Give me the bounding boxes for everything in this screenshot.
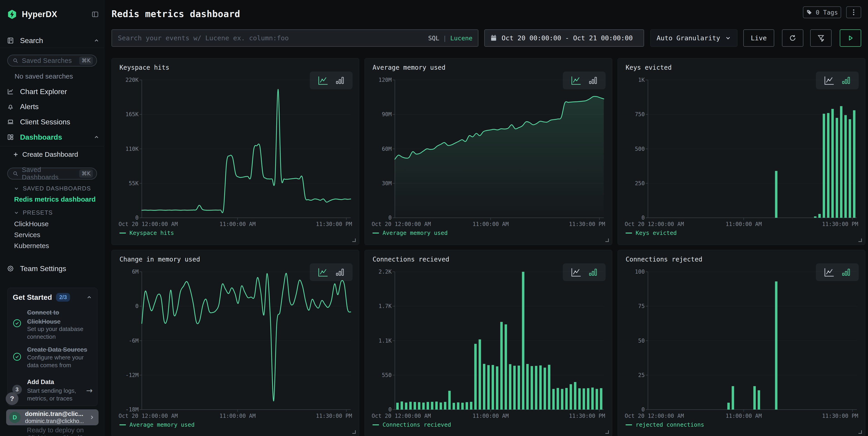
saved-dashboards-header[interactable]: SAVED DASHBOARDS — [14, 185, 91, 192]
live-button[interactable]: Live — [743, 29, 774, 47]
chart-legend: Average memory used — [120, 422, 194, 428]
legend-swatch — [626, 425, 632, 425]
chart-plot[interactable]: 120M90M60M30M0Oct 20 12:00:00 AM11:00:00… — [372, 72, 606, 231]
chevron-up-icon[interactable] — [94, 37, 99, 43]
search-input[interactable] — [112, 30, 478, 46]
sidebar-item-clickhouse[interactable]: ClickHouse — [14, 220, 49, 228]
run-query-button[interactable] — [840, 29, 861, 47]
sidebar-item-label: Team Settings — [20, 264, 66, 273]
app-root: HyperDX Search Saved Searches ⌘K No save… — [0, 0, 868, 436]
svg-text:11:30:00 PM: 11:30:00 PM — [822, 413, 858, 419]
chart-plot[interactable]: 6M0-6M-12M-18MOct 20 12:00:00 AM11:00:00… — [119, 264, 352, 423]
chevron-down-icon — [725, 35, 731, 41]
check-circle-icon — [12, 318, 22, 328]
user-menu[interactable]: D dominic.tran@clic... dominic.tran@clic… — [6, 409, 98, 425]
laptop-icon — [7, 118, 14, 125]
plus-icon — [13, 151, 19, 157]
sidebar-item-services[interactable]: Services — [14, 231, 40, 239]
sidebar-item-dashboards[interactable]: Dashboards — [7, 133, 99, 142]
legend-swatch — [626, 233, 632, 233]
panel-resize-handle[interactable] — [352, 430, 356, 434]
shortcut-badge: ⌘K — [79, 170, 93, 178]
sidebar-item-kubernetes[interactable]: Kubernetes — [14, 242, 49, 250]
chart-legend: Keys evicted — [626, 230, 677, 236]
get-started-header[interactable]: Get Started 2/3 — [13, 293, 92, 301]
chart-title: Keyspace hits — [120, 64, 169, 71]
presets-header[interactable]: PRESETS — [14, 209, 53, 216]
panel-resize-handle[interactable] — [859, 430, 862, 434]
background-promo-text: Ready to deploy on — [27, 427, 84, 434]
svg-text:11:30:00 PM: 11:30:00 PM — [316, 413, 352, 419]
legend-swatch — [120, 425, 126, 425]
svg-text:0: 0 — [389, 214, 392, 221]
search-icon — [12, 57, 19, 64]
svg-text:750: 750 — [635, 111, 645, 118]
arrow-right-icon[interactable]: → — [86, 386, 93, 395]
svg-text:550: 550 — [382, 372, 392, 378]
svg-text:11:00:00 AM: 11:00:00 AM — [472, 413, 509, 419]
sidebar-item-chart-explorer[interactable]: Chart Explorer — [7, 87, 99, 96]
hyperdx-logo-icon — [7, 9, 17, 20]
svg-text:100: 100 — [635, 268, 645, 275]
svg-text:11:00:00 AM: 11:00:00 AM — [725, 413, 762, 419]
legend-label: Connections recieved — [382, 422, 451, 428]
sidebar-item-team-settings[interactable]: Team Settings — [7, 264, 99, 273]
sidebar-item-label: Dashboards — [20, 133, 62, 142]
help-button[interactable]: ? — [6, 392, 19, 405]
svg-text:0: 0 — [642, 214, 645, 221]
chart-plot[interactable]: 220K165K110K55K0Oct 20 12:00:00 AM11:00:… — [119, 72, 352, 231]
create-dashboard-button[interactable]: Create Dashboard — [13, 150, 99, 159]
chevron-up-icon[interactable] — [86, 294, 92, 300]
svg-text:90M: 90M — [382, 111, 392, 118]
sidebar-item-label: Search — [20, 36, 43, 45]
tags-button[interactable]: 0 Tags — [803, 6, 841, 18]
svg-text:50: 50 — [638, 338, 645, 344]
svg-text:25: 25 — [638, 372, 645, 378]
panel-resize-handle[interactable] — [606, 430, 609, 434]
get-started-item-title: Create Data Sources — [27, 345, 92, 354]
lucene-mode-button[interactable]: Lucene — [450, 35, 472, 42]
sidebar-item-label: Alerts — [20, 103, 39, 111]
legend-label: rejected connections — [636, 422, 704, 428]
tags-button-label: 0 Tags — [816, 9, 838, 16]
page-title: Redis metrics dashboard — [112, 9, 240, 19]
panel-resize-handle[interactable] — [352, 238, 356, 242]
saved-dashboards-input[interactable]: Saved Dashboards ⌘K — [7, 168, 97, 179]
panel-resize-handle[interactable] — [859, 238, 862, 242]
sidebar-item-redis-dashboard[interactable]: Redis metrics dashboard — [14, 196, 96, 203]
date-range-picker[interactable]: Oct 20 00:00:00 - Oct 21 00:00:00 — [484, 29, 644, 47]
no-saved-searches-note: No saved searches — [14, 72, 73, 80]
user-email: dominic.tran@clickho... — [25, 417, 89, 425]
refresh-button[interactable] — [782, 29, 803, 47]
panel-resize-handle[interactable] — [606, 238, 609, 242]
kebab-menu-icon — [852, 9, 855, 16]
get-started-item-title: Connect to ClickHouse — [27, 308, 92, 326]
get-started-item-title: Add Data — [27, 377, 92, 386]
sql-mode-button[interactable]: SQL — [428, 35, 439, 42]
sidebar-item-alerts[interactable]: Alerts — [7, 102, 99, 111]
svg-text:75: 75 — [638, 303, 645, 309]
sidebar-item-search[interactable]: Search — [7, 36, 99, 45]
divider — [0, 146, 104, 146]
sidebar-item-client-sessions[interactable]: Client Sessions — [7, 117, 99, 126]
chart-plot[interactable]: 1007550250Oct 20 12:00:00 AM11:00:00 AM1… — [625, 264, 859, 423]
svg-text:60M: 60M — [382, 146, 392, 152]
saved-searches-input[interactable]: Saved Searches ⌘K — [7, 55, 97, 66]
granularity-select[interactable]: Auto Granularity — [650, 29, 737, 47]
chart-explorer-icon — [7, 88, 14, 95]
granularity-value: Auto Granularity — [657, 34, 720, 42]
svg-text:11:30:00 PM: 11:30:00 PM — [822, 221, 858, 227]
chevron-up-icon[interactable] — [94, 134, 99, 140]
chart-plot[interactable]: 1K7505002500Oct 20 12:00:00 AM11:00:00 A… — [625, 72, 859, 231]
get-started-progress-badge: 2/3 — [56, 293, 70, 301]
svg-text:110K: 110K — [125, 146, 138, 152]
panel-menu-button[interactable] — [846, 6, 861, 18]
chart-plot[interactable]: 2.2K1.7K1.1K5500Oct 20 12:00:00 AM11:00:… — [372, 264, 606, 423]
svg-text:55K: 55K — [129, 180, 139, 186]
filter-edit-button[interactable] — [810, 29, 832, 47]
svg-text:1.7K: 1.7K — [378, 303, 392, 309]
get-started-title: Get Started — [13, 293, 52, 301]
date-range-value: Oct 20 00:00:00 - Oct 21 00:00:00 — [502, 34, 633, 42]
sidebar-collapse-icon[interactable] — [91, 11, 99, 18]
legend-label: Average memory used — [382, 230, 448, 236]
